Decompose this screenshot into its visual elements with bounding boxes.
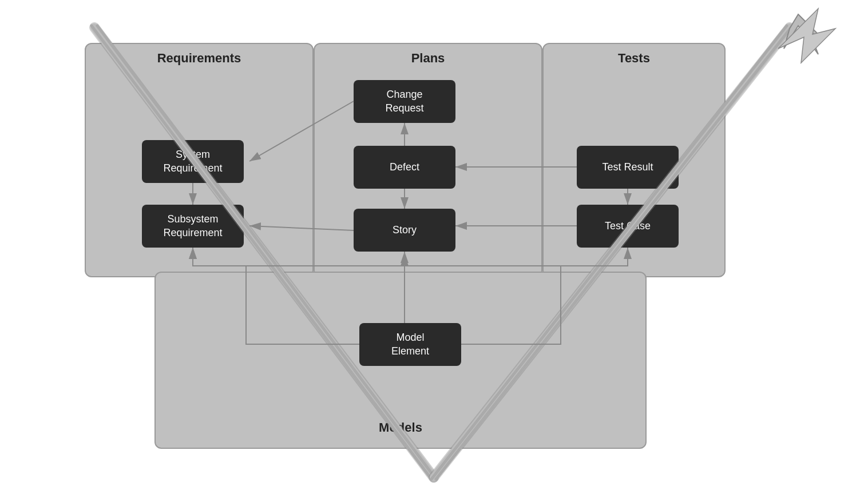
svg-line-6 bbox=[97, 26, 436, 479]
svg-line-5 bbox=[92, 26, 431, 479]
diagram-svg bbox=[0, 0, 868, 494]
diagram-container: Requirements Plans Tests Models Change R… bbox=[0, 0, 868, 494]
svg-line-13 bbox=[249, 101, 354, 161]
svg-line-15 bbox=[249, 226, 354, 230]
svg-line-9 bbox=[431, 26, 787, 479]
svg-line-10 bbox=[436, 26, 792, 479]
